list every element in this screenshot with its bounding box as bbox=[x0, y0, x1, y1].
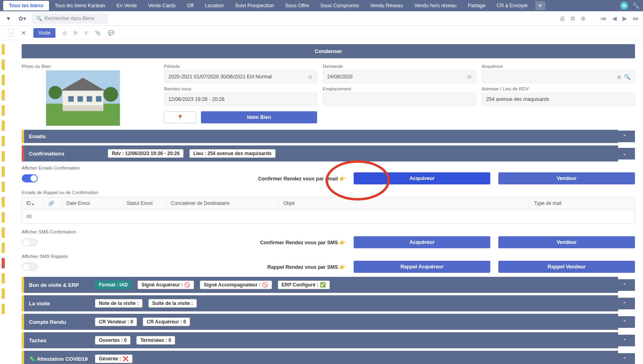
adresse-input[interactable]: 254 avenue des maquisards bbox=[482, 93, 635, 106]
acquereur-input[interactable]: ⊕ 🔍 bbox=[482, 70, 635, 83]
avatar[interactable]: M bbox=[620, 2, 628, 10]
tab-vendu-hors[interactable]: Vendu hors réseau bbox=[409, 1, 462, 10]
section-compte-rendu[interactable]: Compte Rendu CR Vendeur : 0 CR Acquéreur… bbox=[22, 314, 635, 330]
side-chip[interactable] bbox=[2, 227, 5, 238]
col-date[interactable]: Date Envoi bbox=[62, 197, 123, 209]
col-id[interactable]: ID ▴ bbox=[22, 197, 44, 209]
tab-sous-compromis[interactable]: Sous Compromis bbox=[315, 1, 365, 10]
last-icon[interactable]: ⏭ bbox=[633, 15, 639, 22]
clear-icon[interactable]: ⊘ bbox=[308, 74, 313, 80]
tab-off[interactable]: Off bbox=[181, 1, 199, 10]
wrench-icon[interactable]: 🔧 bbox=[632, 2, 640, 9]
side-chip[interactable] bbox=[2, 258, 5, 268]
side-chip[interactable] bbox=[2, 197, 5, 207]
section-taches[interactable]: Taches Ouvertes : 0 Terminées : 0 ⌃ bbox=[22, 332, 635, 348]
col-link[interactable]: 🔗 bbox=[44, 197, 62, 209]
copy-icon[interactable]: ⧉ bbox=[571, 15, 575, 22]
rappel-acquereur-button[interactable]: Rappel Acquéreur bbox=[354, 261, 490, 273]
first-icon[interactable]: ⏮ bbox=[600, 15, 606, 22]
chevron-down-icon[interactable]: ⌄ bbox=[623, 151, 630, 156]
side-chip[interactable] bbox=[2, 136, 5, 146]
chevron-up-icon[interactable]: ⌃ bbox=[623, 357, 630, 361]
acquereur-sms-button[interactable]: Acquéreur bbox=[354, 236, 490, 248]
side-chip[interactable] bbox=[2, 44, 5, 55]
periode-label: Période bbox=[164, 64, 317, 69]
hash-icon[interactable]: # bbox=[85, 30, 88, 36]
side-chip[interactable] bbox=[2, 121, 5, 131]
side-chip[interactable] bbox=[2, 166, 5, 177]
side-chip[interactable] bbox=[2, 304, 5, 314]
tab-tous-les-biens[interactable]: Tous les biens bbox=[3, 1, 49, 10]
add-tab-button[interactable]: + bbox=[535, 1, 545, 10]
tab-location[interactable]: Location bbox=[199, 1, 229, 10]
section-covid[interactable]: 🦠 Attestation COVID19 Générée : ❌ ⌃ bbox=[22, 351, 635, 364]
clear-icon[interactable]: ⊘ bbox=[467, 74, 472, 80]
tab-kanban[interactable]: Tous les biens Kanban bbox=[49, 1, 111, 10]
idem-bien-button[interactable]: Idem Bien bbox=[201, 111, 317, 123]
side-chip[interactable] bbox=[2, 75, 5, 85]
section-confirmations[interactable]: Confirmations Rdv : 12/06/2023 19:26 - 2… bbox=[22, 145, 635, 162]
format-chip: Format : IAD bbox=[95, 280, 132, 289]
fx-icon[interactable]: fx bbox=[74, 30, 78, 36]
toggle-emails[interactable] bbox=[22, 174, 38, 182]
toggle-sms[interactable] bbox=[22, 238, 38, 246]
side-chip[interactable] bbox=[2, 273, 5, 284]
prev-icon[interactable]: ◀ bbox=[612, 15, 617, 22]
side-chip[interactable] bbox=[2, 151, 5, 162]
col-type[interactable]: Type de mail bbox=[530, 197, 635, 209]
chevron-up-icon[interactable]: ⌃ bbox=[623, 283, 630, 287]
tab-vendu-reseau[interactable]: Vendu Réseau bbox=[365, 1, 409, 10]
chevron-up-icon[interactable]: ⌃ bbox=[623, 134, 630, 139]
condenser-button[interactable]: Condenser bbox=[22, 44, 635, 58]
section-la-visite[interactable]: La visite Note de la visite : Suite de l… bbox=[22, 295, 635, 311]
vendeur-email-button[interactable]: Vendeur bbox=[498, 172, 635, 184]
side-chip[interactable] bbox=[2, 90, 5, 100]
search-icon[interactable]: 🔍 bbox=[624, 74, 631, 80]
chevron-up-icon[interactable]: ⌃ bbox=[623, 301, 630, 306]
next-icon[interactable]: ▶ bbox=[623, 15, 627, 22]
add-icon[interactable]: ⊕ bbox=[581, 15, 586, 22]
side-chip[interactable] bbox=[2, 182, 5, 192]
tab-suivi[interactable]: Suivi Prospection bbox=[229, 1, 280, 10]
tab-cr-envoyer[interactable]: CR à Envoyer bbox=[491, 1, 534, 10]
rappel-vendeur-button[interactable]: Rappel Vendeur bbox=[498, 261, 635, 273]
filter-icon[interactable]: ▼ bbox=[4, 14, 13, 23]
col-statut[interactable]: Statut Envoi bbox=[123, 197, 167, 209]
side-chip[interactable] bbox=[2, 59, 5, 70]
tab-vente-cards[interactable]: Vente Cards bbox=[142, 1, 181, 10]
pin-button[interactable]: 📍 bbox=[164, 111, 196, 123]
tab-en-vente[interactable]: En Vente bbox=[111, 1, 143, 10]
col-dest[interactable]: Concaténer de Destinataire bbox=[167, 197, 279, 209]
rdv-input[interactable]: 12/06/2023 19:26 - 20:26 bbox=[164, 93, 317, 106]
side-chip[interactable] bbox=[2, 105, 5, 116]
search-input[interactable]: 🔍 Rechercher dans Biens bbox=[32, 13, 108, 24]
target-icon[interactable]: ◎ bbox=[63, 30, 67, 36]
tab-partage[interactable]: Partage bbox=[462, 1, 491, 10]
tab-sous-offre[interactable]: Sous Offre bbox=[280, 1, 315, 10]
signe-acq-chip: Signé Acquéreur : 🚫 bbox=[137, 280, 194, 289]
side-chip[interactable] bbox=[2, 288, 5, 299]
chevron-up-icon[interactable]: ⌃ bbox=[623, 338, 630, 343]
signe-acc-chip: Signé Accompagnateur : 🚫 bbox=[200, 280, 272, 289]
svg-rect-5 bbox=[78, 96, 83, 102]
side-chip[interactable] bbox=[2, 243, 5, 253]
close-icon[interactable]: ✕ bbox=[21, 30, 26, 36]
side-chip[interactable] bbox=[2, 212, 5, 223]
col-objet[interactable]: Objet bbox=[279, 197, 530, 209]
attachment-icon[interactable]: 📎 bbox=[95, 30, 101, 36]
print-icon[interactable]: 🖨 bbox=[559, 15, 565, 22]
svg-point-10 bbox=[103, 87, 118, 102]
emplacement-input[interactable] bbox=[323, 93, 476, 106]
demande-input[interactable]: 24/08/2020 ⊘ bbox=[323, 70, 476, 83]
gear-icon[interactable]: ✿▾ bbox=[17, 14, 28, 23]
periode-input[interactable]: 2020-2021 01/07/2020 30/06/2021 Eirl Nor… bbox=[164, 70, 317, 83]
chevron-up-icon[interactable]: ⌃ bbox=[623, 320, 630, 324]
toggle-sms-rappels[interactable] bbox=[22, 263, 38, 271]
acquereur-email-button[interactable]: Acquéreur bbox=[354, 172, 490, 184]
expand-chevron[interactable]: › bbox=[8, 29, 14, 37]
section-emails[interactable]: Emails ⌃ bbox=[22, 130, 635, 143]
vendeur-sms-button[interactable]: Vendeur bbox=[498, 236, 635, 248]
section-bon-visite[interactable]: Bon de visite & ERP Format : IAD Signé A… bbox=[22, 277, 635, 293]
add-icon[interactable]: ⊕ bbox=[617, 74, 621, 80]
comment-icon[interactable]: 💬 bbox=[108, 30, 114, 36]
